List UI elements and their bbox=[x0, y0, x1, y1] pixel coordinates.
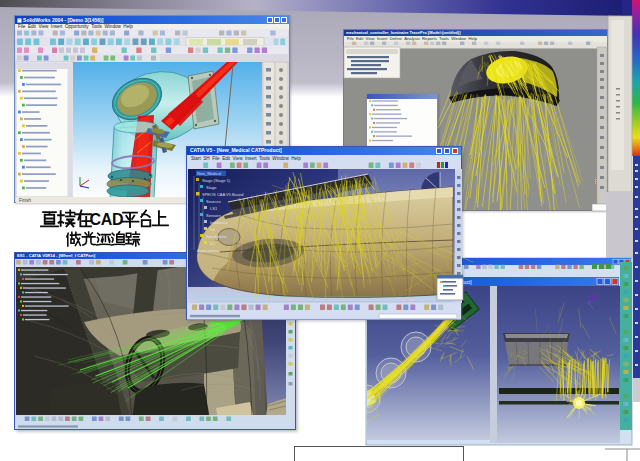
svg-text:Applications: Applications bbox=[197, 248, 219, 253]
svg-text:Sensors: Sensors bbox=[206, 213, 221, 218]
svg-text:Sources: Sources bbox=[206, 199, 221, 204]
svg-text:S1: S1 bbox=[210, 227, 216, 232]
svg-text:Irradiance: Irradiance bbox=[210, 220, 229, 225]
svg-text:LS1: LS1 bbox=[210, 206, 218, 211]
svg-text:D1: D1 bbox=[210, 241, 216, 246]
svg-text:Simulations: Simulations bbox=[206, 234, 227, 239]
svg-text:Stage (Stage 1): Stage (Stage 1) bbox=[202, 178, 231, 183]
svg-text:Stage: Stage bbox=[206, 185, 217, 190]
svg-text:New_Medical: New_Medical bbox=[197, 171, 221, 176]
svg-text:SPEOS CAA V5 Based: SPEOS CAA V5 Based bbox=[202, 192, 243, 197]
